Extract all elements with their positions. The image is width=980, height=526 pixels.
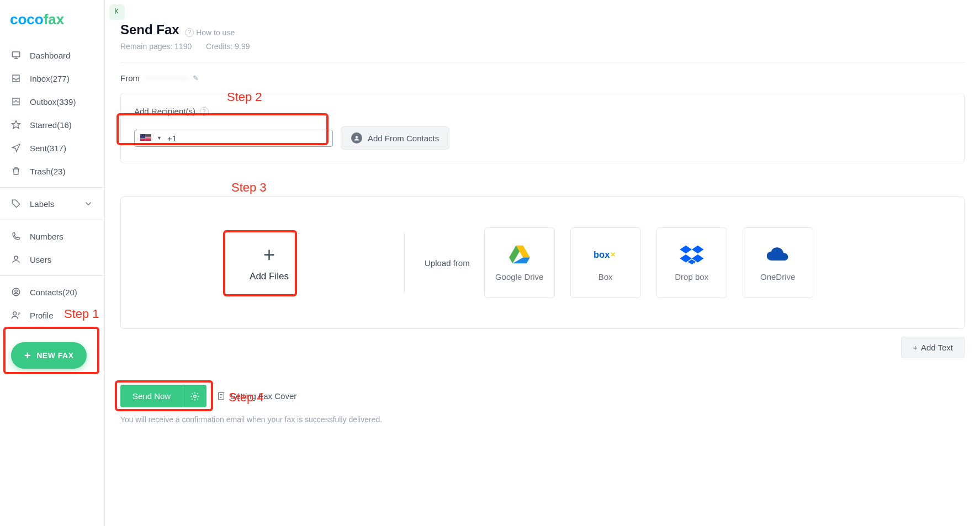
svg-point-7 bbox=[194, 395, 197, 397]
sidebar-item-label: Contacts(20) bbox=[30, 288, 77, 297]
annotation-label-step3: Step 3 bbox=[231, 180, 267, 195]
sidebar: cocofax Dashboard Inbox(277) Outbox(339)… bbox=[0, 0, 105, 526]
plus-icon: + bbox=[24, 350, 31, 361]
collapse-icon bbox=[113, 7, 121, 15]
page-header: Send Fax ? How to use Remain pages: 1190… bbox=[120, 22, 965, 62]
cloud-dropbox[interactable]: Drop box bbox=[656, 227, 727, 298]
country-dropdown-icon[interactable]: ▼ bbox=[157, 135, 162, 141]
upload-from-label: Upload from bbox=[425, 258, 470, 268]
cloud-box[interactable]: box Box bbox=[570, 227, 641, 298]
new-fax-button[interactable]: + NEW FAX bbox=[11, 342, 87, 369]
us-flag-icon[interactable] bbox=[140, 134, 151, 142]
box-icon: box bbox=[594, 245, 618, 264]
dropbox-icon bbox=[680, 245, 704, 264]
send-settings-button[interactable] bbox=[183, 385, 206, 407]
trash-icon bbox=[11, 166, 21, 176]
google-drive-icon bbox=[507, 245, 532, 264]
cloud-onedrive[interactable]: OneDrive bbox=[743, 227, 813, 298]
plus-icon: + bbox=[913, 343, 918, 352]
contact-icon bbox=[351, 132, 362, 144]
sidebar-item-profile[interactable]: Profile bbox=[0, 304, 104, 327]
sidebar-item-label: Labels bbox=[30, 199, 54, 209]
sidebar-item-outbox[interactable]: Outbox(339) bbox=[0, 90, 104, 113]
cloud-name: Box bbox=[598, 272, 613, 281]
add-from-contacts-label: Add From Contacts bbox=[368, 134, 439, 143]
phone-icon bbox=[11, 231, 21, 241]
sidebar-item-sent[interactable]: Sent(317) bbox=[0, 136, 104, 160]
logo-part2: fax bbox=[44, 11, 65, 28]
sidebar-item-label: Numbers bbox=[30, 232, 63, 241]
sidebar-collapse-button[interactable] bbox=[109, 4, 125, 20]
tag-icon bbox=[11, 199, 21, 209]
sidebar-item-inbox[interactable]: Inbox(277) bbox=[0, 67, 104, 90]
sidebar-item-label: Users bbox=[30, 255, 51, 264]
setting-fax-cover-link[interactable]: Setting Fax Cover bbox=[216, 391, 296, 401]
sidebar-item-label: Profile bbox=[30, 311, 54, 320]
add-files-button[interactable]: + Add Files bbox=[231, 232, 308, 293]
inbox-icon bbox=[11, 73, 21, 83]
outbox-icon bbox=[11, 97, 21, 107]
svg-point-1 bbox=[14, 256, 18, 259]
add-text-label: Add Text bbox=[921, 343, 953, 352]
send-icon bbox=[11, 143, 21, 153]
setting-cover-label: Setting Fax Cover bbox=[230, 391, 296, 401]
send-now-button[interactable]: Send Now bbox=[120, 385, 183, 407]
star-icon bbox=[11, 120, 21, 130]
add-files-label: Add Files bbox=[250, 271, 289, 282]
help-icon[interactable]: ? bbox=[200, 107, 209, 116]
phone-input-wrapper[interactable]: ▼ bbox=[134, 130, 333, 147]
sidebar-item-numbers[interactable]: Numbers bbox=[0, 225, 104, 248]
svg-point-5 bbox=[356, 136, 358, 139]
user-icon bbox=[11, 254, 21, 264]
edit-from-icon[interactable]: ✎ bbox=[193, 74, 199, 82]
new-fax-label: NEW FAX bbox=[36, 351, 73, 360]
sidebar-item-starred[interactable]: Starred(16) bbox=[0, 113, 104, 136]
sidebar-item-trash[interactable]: Trash(23) bbox=[0, 160, 104, 183]
svg-text:box: box bbox=[594, 249, 610, 259]
profile-icon bbox=[11, 310, 21, 320]
sidebar-item-dashboard[interactable]: Dashboard bbox=[0, 44, 104, 67]
plus-icon: + bbox=[250, 243, 289, 267]
sidebar-item-label: Dashboard bbox=[30, 51, 70, 60]
sidebar-item-labels[interactable]: Labels bbox=[0, 192, 104, 215]
phone-number-input[interactable] bbox=[167, 134, 327, 143]
monitor-icon bbox=[11, 50, 21, 60]
recipients-card: Add Recipient(s) ? Step 2 ▼ Add From Con… bbox=[120, 93, 965, 163]
remain-pages: Remain pages: 1190 bbox=[120, 42, 192, 51]
cloud-name: Drop box bbox=[675, 272, 708, 281]
from-value bbox=[144, 77, 188, 79]
sidebar-item-label: Sent(317) bbox=[30, 144, 66, 153]
svg-rect-0 bbox=[12, 52, 20, 57]
svg-point-3 bbox=[15, 290, 18, 293]
how-to-use-link[interactable]: ? How to use bbox=[185, 28, 235, 37]
cloud-google-drive[interactable]: Google Drive bbox=[484, 227, 555, 298]
recipients-heading: Add Recipient(s) ? bbox=[134, 107, 209, 116]
help-icon: ? bbox=[185, 28, 194, 37]
svg-point-4 bbox=[13, 312, 17, 315]
main: Send Fax ? How to use Remain pages: 1190… bbox=[105, 0, 980, 526]
confirmation-message: You will receive a confirmation email wh… bbox=[120, 415, 965, 424]
sidebar-item-users[interactable]: Users bbox=[0, 248, 104, 271]
chevron-down-icon bbox=[83, 199, 93, 209]
onedrive-icon bbox=[766, 245, 790, 264]
sidebar-item-label: Starred(16) bbox=[30, 120, 72, 130]
add-text-button[interactable]: + Add Text bbox=[901, 337, 965, 358]
files-card: Step 3 + Add Files Upload from Google Dr… bbox=[120, 196, 965, 329]
credits: Credits: 9.99 bbox=[206, 42, 250, 51]
sidebar-item-label: Outbox(339) bbox=[30, 97, 76, 107]
from-row: From ✎ bbox=[120, 69, 965, 93]
document-icon bbox=[216, 391, 226, 401]
gear-icon bbox=[190, 391, 200, 401]
cloud-name: Google Drive bbox=[495, 272, 544, 281]
sidebar-item-label: Inbox(277) bbox=[30, 74, 70, 83]
how-to-use-label: How to use bbox=[196, 28, 235, 37]
logo-part1: coco bbox=[10, 11, 44, 28]
from-label: From bbox=[120, 73, 140, 83]
recipients-label: Add Recipient(s) bbox=[134, 107, 195, 116]
add-from-contacts-button[interactable]: Add From Contacts bbox=[341, 126, 449, 150]
logo: cocofax bbox=[0, 6, 104, 39]
send-now-group: Send Now bbox=[120, 385, 206, 407]
sidebar-item-contacts[interactable]: Contacts(20) bbox=[0, 280, 104, 304]
sidebar-item-label: Trash(23) bbox=[30, 167, 65, 176]
cloud-name: OneDrive bbox=[760, 272, 795, 281]
